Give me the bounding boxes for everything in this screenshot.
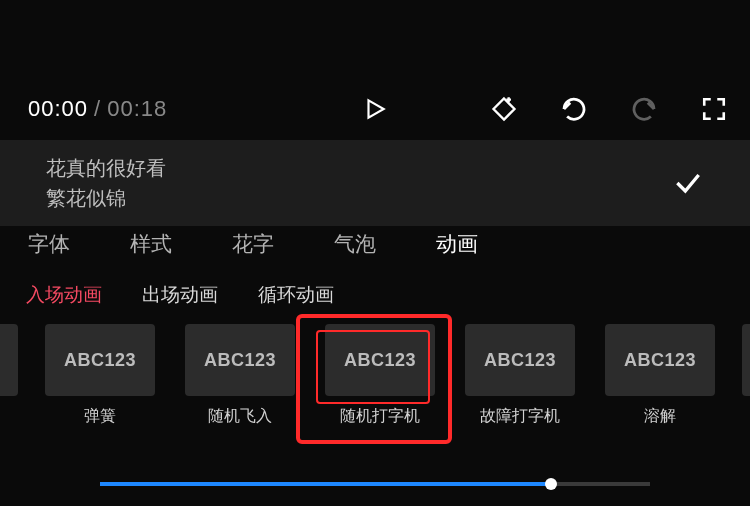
animation-thumbs-row: ABC123 弹簧 ABC123 随机飞入 ABC123 随机打字机 ABC12… [0,324,750,427]
thumb-preview [0,324,18,396]
slider-fill [100,482,551,486]
tab-flower-text[interactable]: 花字 [230,226,276,262]
thumb-item-spring[interactable]: ABC123 弹簧 [42,324,158,427]
subtab-exit[interactable]: 出场动画 [142,282,218,308]
thumb-item-partial-left[interactable] [0,324,18,427]
subtab-loop[interactable]: 循环动画 [258,282,334,308]
keyframe-add-icon[interactable] [488,93,520,125]
tab-style[interactable]: 样式 [128,226,174,262]
redo-icon[interactable] [628,93,660,125]
thumb-label: 弹簧 [84,406,116,427]
thumb-item-random-fly[interactable]: ABC123 随机飞入 [182,324,298,427]
tab-animation[interactable]: 动画 [434,226,480,262]
time-current: 00:00 [28,96,88,122]
text-preview-panel[interactable]: 花真的很好看 繁花似锦 [0,140,750,226]
playback-bar: 00:00 / 00:18 [0,84,750,134]
thumb-item-random-typewriter[interactable]: ABC123 随机打字机 [322,324,438,427]
subtab-enter[interactable]: 入场动画 [26,282,102,308]
thumb-preview: ABC123 [605,324,715,396]
topbar-actions [488,84,730,134]
confirm-check-icon[interactable] [672,167,704,199]
main-tab-row: 字体 样式 花字 气泡 动画 [0,216,750,272]
undo-icon[interactable] [558,93,590,125]
thumb-preview: ABC123 [325,324,435,396]
time-display: 00:00 / 00:18 [28,96,167,122]
fullscreen-icon[interactable] [698,93,730,125]
duration-slider[interactable] [100,482,650,486]
text-line-1: 花真的很好看 [46,154,166,182]
thumb-item-dissolve[interactable]: ABC123 溶解 [602,324,718,427]
thumb-label: 随机飞入 [208,406,272,427]
slider-thumb[interactable] [545,478,557,490]
thumb-label: 溶解 [644,406,676,427]
thumb-item-partial-right[interactable] [742,324,750,427]
text-line-2: 繁花似锦 [46,184,166,212]
animation-subtab-row: 入场动画 出场动画 循环动画 [0,282,750,308]
play-icon[interactable] [359,93,391,125]
thumb-preview: ABC123 [185,324,295,396]
thumb-preview: ABC123 [45,324,155,396]
tab-bubble[interactable]: 气泡 [332,226,378,262]
thumb-item-glitch-typewriter[interactable]: ABC123 故障打字机 [462,324,578,427]
text-preview-lines: 花真的很好看 繁花似锦 [46,154,166,212]
thumb-preview [742,324,750,396]
thumb-preview: ABC123 [465,324,575,396]
time-total: 00:18 [107,96,167,122]
time-separator: / [94,96,101,122]
thumb-label: 故障打字机 [480,406,560,427]
tab-font[interactable]: 字体 [26,226,72,262]
thumb-label: 随机打字机 [340,406,420,427]
